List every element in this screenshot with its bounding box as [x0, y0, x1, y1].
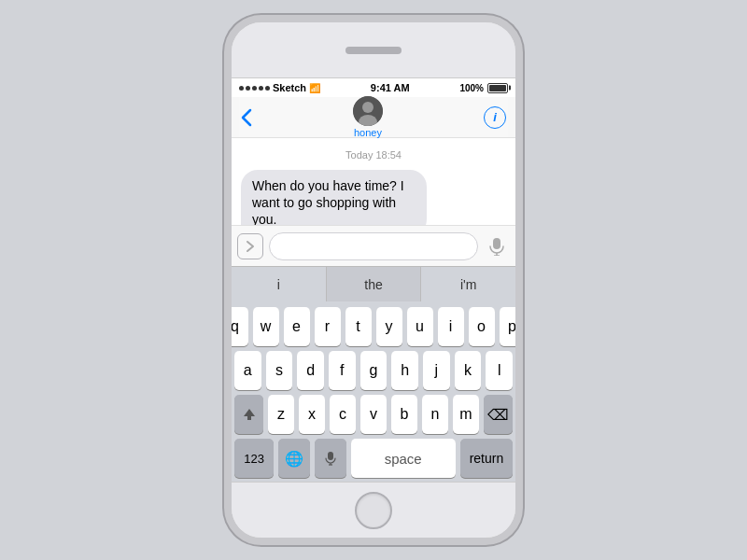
key-i[interactable]: i [438, 307, 464, 346]
dot2 [246, 86, 250, 91]
dot3 [252, 86, 257, 91]
home-button[interactable] [355, 492, 392, 529]
bottom-bezel [232, 482, 515, 538]
wifi-icon: 📶 [309, 83, 320, 93]
key-b[interactable]: b [391, 395, 417, 434]
autocomplete-bar: i the i'm [232, 266, 515, 301]
key-row-1: q w e r t y u i o p [234, 307, 513, 346]
delete-key[interactable]: ⌫ [484, 395, 513, 434]
key-n[interactable]: n [422, 395, 448, 434]
dot5 [265, 86, 270, 91]
svg-point-1 [362, 102, 374, 113]
key-v[interactable]: v [360, 395, 387, 434]
key-e[interactable]: e [284, 307, 310, 346]
autocomplete-item-1[interactable]: i [232, 267, 327, 301]
key-t[interactable]: t [345, 307, 372, 346]
key-p[interactable]: p [500, 307, 524, 346]
carrier-label: Sketch [273, 82, 306, 93]
battery-label: 100% [459, 83, 484, 93]
key-j[interactable]: j [423, 351, 450, 390]
top-bezel [232, 22, 515, 78]
key-x[interactable]: x [299, 395, 325, 434]
battery-icon [487, 83, 508, 93]
key-h[interactable]: h [391, 351, 418, 390]
numbers-key[interactable]: 123 [234, 439, 274, 478]
status-bar: Sketch 📶 9:41 AM 100% [232, 78, 515, 97]
message-input[interactable] [269, 232, 478, 260]
signal-dots [239, 86, 270, 91]
key-o[interactable]: o [469, 307, 495, 346]
input-bar [232, 225, 515, 266]
key-row-3: z x c v b n m ⌫ [234, 395, 513, 434]
keyboard-mic-key[interactable] [315, 439, 346, 478]
key-y[interactable]: y [376, 307, 402, 346]
key-m[interactable]: m [453, 395, 479, 434]
message-timestamp: Today 18:54 [241, 149, 506, 161]
key-c[interactable]: c [330, 395, 356, 434]
back-button[interactable] [241, 108, 252, 127]
keyboard: q w e r t y u i o p a s d f g h j k l [232, 301, 515, 482]
dot1 [239, 86, 244, 91]
mic-button[interactable] [484, 233, 510, 259]
status-right: 100% [459, 83, 508, 93]
nav-center[interactable]: honey [353, 96, 383, 138]
space-key[interactable]: space [351, 439, 456, 478]
message-row: When do you have time? I want to go shop… [241, 170, 506, 225]
key-q[interactable]: q [224, 307, 248, 346]
key-d[interactable]: d [297, 351, 324, 390]
iphone-frame: Sketch 📶 9:41 AM 100% honey [224, 15, 523, 545]
svg-marker-6 [244, 409, 255, 420]
key-s[interactable]: s [266, 351, 293, 390]
key-w[interactable]: w [253, 307, 279, 346]
globe-key[interactable]: 🌐 [278, 439, 310, 478]
shift-key[interactable] [234, 395, 263, 434]
status-left: Sketch 📶 [239, 82, 320, 93]
key-a[interactable]: a [234, 351, 261, 390]
autocomplete-item-2[interactable]: the [327, 267, 422, 301]
key-u[interactable]: u [407, 307, 433, 346]
nav-bar: honey i [232, 97, 515, 138]
return-key[interactable]: return [460, 439, 513, 478]
key-f[interactable]: f [329, 351, 356, 390]
key-row-bottom: 123 🌐 space return [234, 439, 513, 478]
dot4 [259, 86, 263, 91]
svg-rect-7 [328, 452, 333, 460]
battery-fill [489, 85, 506, 91]
messages-area: Today 18:54 When do you have time? I wan… [232, 138, 515, 225]
svg-rect-3 [493, 238, 500, 249]
key-r[interactable]: r [315, 307, 341, 346]
info-button[interactable]: i [484, 106, 506, 129]
autocomplete-item-3[interactable]: i'm [421, 267, 515, 301]
bubble-received-1: When do you have time? I want to go shop… [241, 170, 427, 225]
avatar [353, 96, 383, 126]
key-l[interactable]: l [486, 351, 513, 390]
apps-button[interactable] [237, 233, 263, 259]
time-label: 9:41 AM [371, 82, 410, 93]
key-k[interactable]: k [455, 351, 482, 390]
contact-name: honey [354, 127, 382, 138]
key-g[interactable]: g [360, 351, 388, 390]
key-row-2: a s d f g h j k l [234, 351, 513, 390]
key-z[interactable]: z [268, 395, 294, 434]
speaker [345, 47, 402, 54]
